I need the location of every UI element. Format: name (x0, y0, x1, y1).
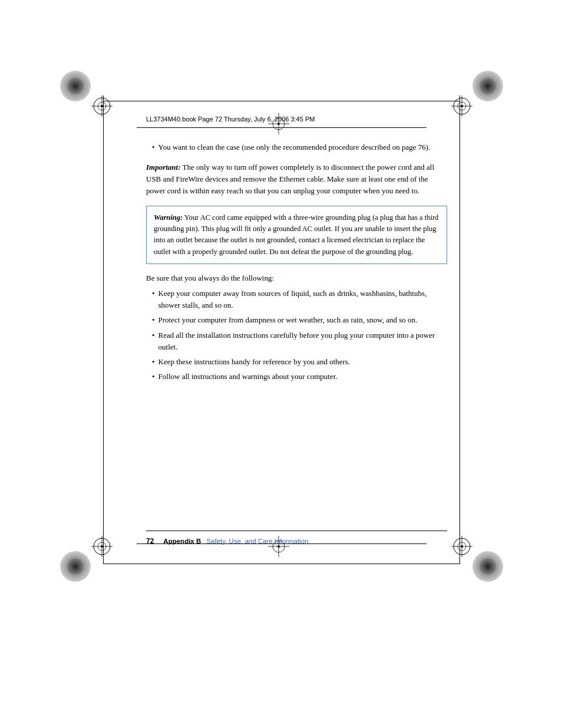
main-content: • You want to clean the case (use only t… (146, 141, 447, 386)
list-item-text: Read all the installation instructions c… (158, 330, 447, 353)
bullet-char: • (152, 356, 155, 368)
be-sure-list: •Keep your computer away from sources of… (146, 288, 447, 383)
bullet-char: • (152, 141, 155, 153)
bullet-char: • (152, 330, 155, 353)
file-info: LL3734M40.book Page 72 Thursday, July 6,… (146, 116, 315, 123)
important-label: Important: (146, 163, 181, 172)
left-boundary-line (103, 95, 104, 564)
bottom-left-reg-mark (91, 536, 113, 557)
top-left-corner-mark (60, 71, 91, 101)
important-block: Important: The only way to turn off powe… (146, 162, 447, 197)
bottom-right-reg-mark (451, 536, 472, 557)
top-boundary-line (103, 101, 460, 101)
page-container: LL3734M40.book Page 72 Thursday, July 6,… (0, 0, 562, 728)
bullet-char: • (152, 314, 155, 326)
warning-label: Warning: (154, 213, 183, 222)
footer-appendix: Appendix B Safety, Use, and Care Informa… (163, 538, 308, 545)
bullet-char: • (152, 288, 155, 311)
list-item: •Keep these instructions handy for refer… (146, 356, 447, 368)
top-right-reg-mark (451, 95, 472, 117)
bottom-left-corner-mark (60, 551, 91, 582)
top-right-corner-mark (472, 71, 503, 101)
footer-line (146, 531, 447, 531)
be-sure-section: Be sure that you always do the following… (146, 272, 447, 383)
list-item-text: Keep these instructions handy for refere… (158, 356, 351, 368)
list-item-text: Protect your computer from dampness or w… (158, 314, 418, 326)
bullet-text-clean: You want to clean the case (use only the… (158, 141, 431, 153)
bottom-right-corner-mark (472, 551, 503, 582)
list-item: •Keep your computer away from sources of… (146, 288, 447, 311)
list-item-text: Follow all instructions and warnings abo… (158, 371, 338, 383)
footer-page-number: 72 (146, 537, 154, 545)
list-item: •Protect your computer from dampness or … (146, 314, 447, 326)
be-sure-intro: Be sure that you always do the following… (146, 272, 447, 284)
bullet-char: • (152, 371, 155, 383)
top-left-reg-mark (91, 95, 113, 117)
list-item-text: Keep your computer away from sources of … (158, 288, 447, 311)
list-item: •Read all the installation instructions … (146, 330, 447, 353)
footer-content: 72 Appendix B Safety, Use, and Care Info… (146, 535, 447, 545)
footer-appendix-text: Safety, Use, and Care Information (206, 538, 308, 545)
important-text: The only way to turn off power completel… (146, 163, 434, 195)
warning-text: Your AC cord came equipped with a three-… (154, 213, 438, 256)
inner-top-line (137, 127, 427, 128)
list-item: •Follow all instructions and warnings ab… (146, 371, 447, 383)
footer-appendix-label: Appendix B (163, 538, 201, 545)
warning-box: Warning: Your AC cord came equipped with… (146, 206, 447, 265)
bullet-item-clean: • You want to clean the case (use only t… (146, 141, 447, 153)
right-boundary-line (459, 95, 460, 564)
bottom-boundary-line (103, 564, 460, 564)
footer-area: 72 Appendix B Safety, Use, and Care Info… (146, 531, 447, 545)
